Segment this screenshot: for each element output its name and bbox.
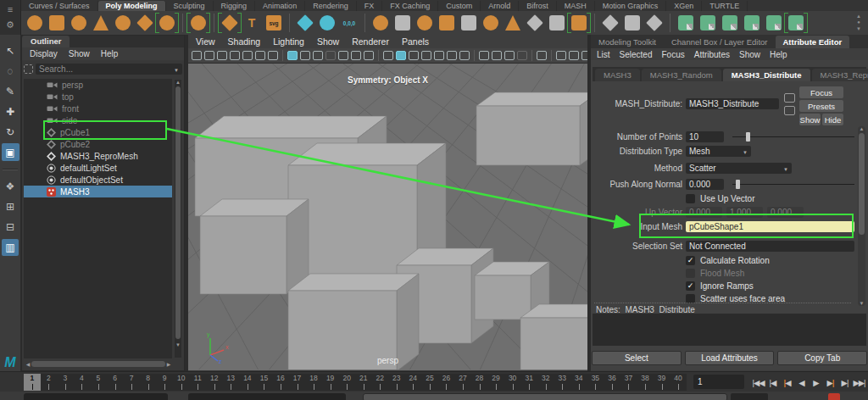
timeline-frame-14[interactable]: 14 (239, 374, 256, 391)
xray-joints-icon[interactable] (569, 51, 579, 60)
shelf-scroll-down-icon[interactable]: ▼ (856, 26, 861, 32)
copy-tab-button[interactable]: Copy Tab (777, 351, 867, 365)
shelf-tab-poly-modeling[interactable]: Poly Modeling (98, 1, 166, 11)
grease-pencil-icon[interactable] (268, 51, 278, 60)
type-tool-icon[interactable]: T (243, 14, 260, 31)
step-forward-key-button[interactable]: ▶| (823, 378, 837, 387)
scroll-thumb[interactable] (859, 133, 865, 235)
layout-four-pane[interactable]: ⊞ (2, 198, 19, 215)
timeline-frame-24[interactable]: 24 (405, 374, 422, 391)
viewport-menu-lighting[interactable]: Lighting (273, 36, 304, 47)
ignore-ramps-checkbox[interactable] (686, 281, 695, 291)
safe-title-icon[interactable] (364, 51, 374, 60)
timeline-frame-32[interactable]: 32 (537, 374, 554, 391)
outliner-item-pcube1[interactable]: pCube1 (24, 126, 172, 138)
push-along-normal-input[interactable]: 0.000 (686, 179, 724, 190)
number-of-points-input[interactable]: 10 (686, 131, 724, 142)
origin-zero-icon[interactable]: 0,0,0 (341, 14, 358, 31)
poly-plane-icon[interactable] (136, 14, 153, 31)
outliner-item-pcube2[interactable]: pCube2 (24, 138, 172, 150)
timeline-frame-29[interactable]: 29 (487, 374, 504, 391)
mash-grid-icon[interactable] (570, 14, 587, 31)
mash-cube-icon[interactable] (743, 14, 760, 31)
scroll-down-icon[interactable]: ▼ (858, 301, 865, 306)
outliner-item-defaultlightset[interactable]: defaultLightSet (24, 162, 172, 174)
focus-button[interactable]: Focus (799, 86, 843, 98)
node-name-input[interactable]: MASH3_Distribute (686, 98, 779, 109)
outliner-menu-show[interactable]: Show (69, 49, 90, 58)
step-back-key-button[interactable]: |◀ (780, 378, 794, 387)
viewport-menu-view[interactable]: View (196, 36, 215, 47)
timeline-frame-4[interactable]: 4 (74, 374, 91, 391)
timeline-frame-38[interactable]: 38 (637, 374, 654, 391)
shelf-tab-mash[interactable]: MASH (557, 1, 595, 11)
node-tab-mash3-random[interactable]: MASH3_Random (642, 69, 721, 81)
hide-button[interactable]: Hide (822, 114, 843, 125)
timeline-frame-1[interactable]: 1 (24, 374, 41, 391)
timeline-frame-31[interactable]: 31 (520, 374, 537, 391)
outliner-hscrollbar[interactable]: ◀ ▶ (25, 360, 172, 368)
timeline-frame-18[interactable]: 18 (305, 374, 322, 391)
number-of-points-slider[interactable] (732, 131, 854, 142)
exposure-icon[interactable] (581, 51, 587, 60)
go-to-start-button[interactable]: |◀◀ (751, 378, 765, 387)
poly-sphere-icon[interactable] (26, 14, 43, 31)
film-gate-icon[interactable] (300, 51, 310, 60)
combine-icon[interactable] (372, 14, 389, 31)
viewport-menu-show[interactable]: Show (317, 36, 339, 47)
timeline-frame-27[interactable]: 27 (454, 374, 471, 391)
extract-icon[interactable] (416, 14, 433, 31)
paint-select-tool[interactable]: ✎ (2, 82, 19, 100)
notes-textarea[interactable] (593, 314, 866, 346)
selection-set-input[interactable]: Not Connected (686, 241, 854, 252)
timeline-frame-39[interactable]: 39 (654, 374, 670, 391)
scale-tool[interactable]: ▣ (2, 143, 19, 161)
camera-lock-icon[interactable] (204, 51, 214, 60)
timeline-frame-5[interactable]: 5 (90, 374, 107, 391)
bookmark-icon[interactable] (230, 51, 240, 60)
ae-menu-attributes[interactable]: Attributes (694, 50, 730, 59)
menubar-corner[interactable]: ≡⚙ (0, 0, 21, 35)
panel-tab-modeling-toolkit[interactable]: Modeling Toolkit (591, 36, 664, 48)
image-plane-icon[interactable] (242, 51, 253, 60)
ae-menu-list[interactable]: List (597, 50, 610, 59)
scroll-left-icon[interactable]: ◀ (25, 361, 31, 367)
resolution-gate-icon[interactable] (313, 51, 323, 60)
shelf-tab-rendering[interactable]: Rendering (305, 1, 357, 11)
panel-tab-attribute-editor[interactable]: Attribute Editor (776, 36, 850, 48)
lattice-icon[interactable] (548, 14, 565, 31)
connection-out-icon[interactable] (784, 106, 795, 115)
attribute-editor-scrollbar[interactable]: ▲ ▼ (858, 126, 865, 306)
shelf-tab-fx-caching[interactable]: FX Caching (382, 1, 438, 11)
timeline-frame-9[interactable]: 9 (156, 374, 173, 391)
occlusion-icon[interactable] (479, 51, 489, 60)
outliner-menu-help[interactable]: Help (101, 49, 119, 58)
camera-select-icon[interactable] (192, 51, 202, 60)
shelf-tab-xgen[interactable]: XGen (666, 1, 702, 11)
depth-of-field-icon[interactable] (517, 51, 527, 60)
timeline-frame-36[interactable]: 36 (604, 374, 620, 391)
textured-icon[interactable] (421, 51, 431, 60)
shelf-tab-fx[interactable]: FX (357, 1, 383, 11)
node-tab-mash3-repro[interactable]: MASH3_Repro (812, 69, 868, 81)
shelf-tab-bifrost[interactable]: Bifrost (519, 1, 557, 11)
playback-speed-field[interactable] (731, 393, 768, 400)
outliner-item-defaultobjectset[interactable]: defaultObjectSet (24, 174, 172, 186)
scroll-up-icon[interactable]: ▲ (858, 126, 865, 131)
timeline-frame-2[interactable]: 2 (41, 374, 58, 391)
shelf-tab-sculpting[interactable]: Sculpting (166, 1, 214, 11)
select-button[interactable]: Select (592, 351, 682, 365)
timeline-frame-33[interactable]: 33 (554, 374, 571, 391)
flip-normals-icon[interactable] (504, 14, 521, 31)
animation-start-field[interactable] (24, 393, 168, 400)
search-input[interactable]: Search... (36, 64, 182, 75)
show-button[interactable]: Show (799, 114, 821, 125)
poly-wheel-icon[interactable] (482, 14, 499, 31)
notes-divider[interactable] (594, 303, 851, 303)
boolean-cube-icon[interactable] (438, 14, 455, 31)
timeline-frame-10[interactable]: 10 (173, 374, 190, 391)
scene-render[interactable] (188, 64, 587, 369)
animation-end-field[interactable] (188, 393, 346, 400)
ae-menu-selected[interactable]: Selected (620, 50, 653, 59)
shaded-icon[interactable] (396, 51, 406, 60)
